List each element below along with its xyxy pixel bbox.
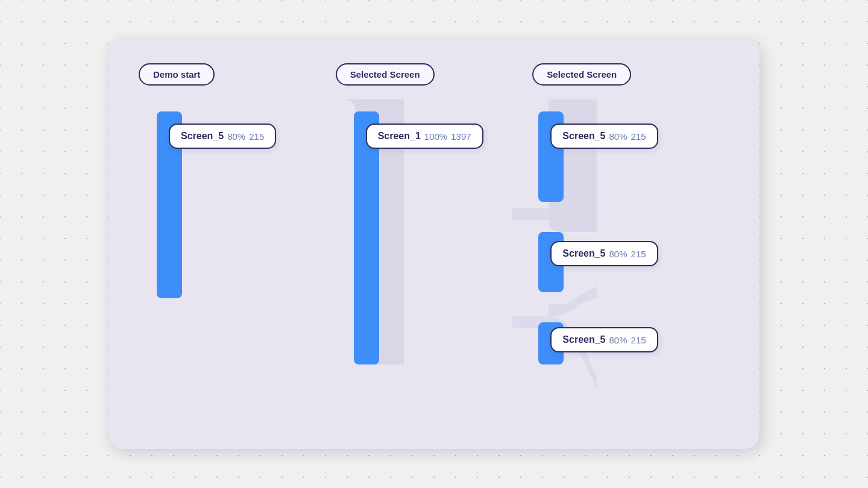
screen-pct: 80% xyxy=(609,249,627,259)
screen-count: 215 xyxy=(631,131,646,142)
screen-name: Screen_5 xyxy=(181,131,224,142)
col1-screen-card-1[interactable]: Screen_5 80% 215 xyxy=(169,124,276,149)
screen-pct: 80% xyxy=(609,335,627,345)
col3-screen-card-3[interactable]: Screen_5 80% 215 xyxy=(550,327,658,352)
flow-diagram: Demo start Screen_5 80% 215 Selected Scr… xyxy=(139,63,729,425)
screen-name: Screen_5 xyxy=(562,334,605,345)
screen-count: 1397 xyxy=(451,131,471,142)
screen-name: Screen_5 xyxy=(562,131,605,142)
screen-pct: 80% xyxy=(609,131,627,142)
col3-screen-card-1[interactable]: Screen_5 80% 215 xyxy=(550,124,658,149)
col2-screen-card-1[interactable]: Screen_1 100% 1397 xyxy=(366,124,483,149)
main-card: Demo start Screen_5 80% 215 Selected Scr… xyxy=(108,39,760,449)
col2-blue-bar xyxy=(354,111,379,364)
screen-count: 215 xyxy=(631,249,646,259)
col3-screen-card-2[interactable]: Screen_5 80% 215 xyxy=(550,241,658,266)
screen-count: 215 xyxy=(631,335,646,345)
screen-pct: 80% xyxy=(227,131,245,142)
screen-count: 215 xyxy=(249,131,264,142)
screen-pct: 100% xyxy=(424,131,447,142)
screen-name: Screen_5 xyxy=(562,248,605,259)
screen-name: Screen_1 xyxy=(378,131,421,142)
